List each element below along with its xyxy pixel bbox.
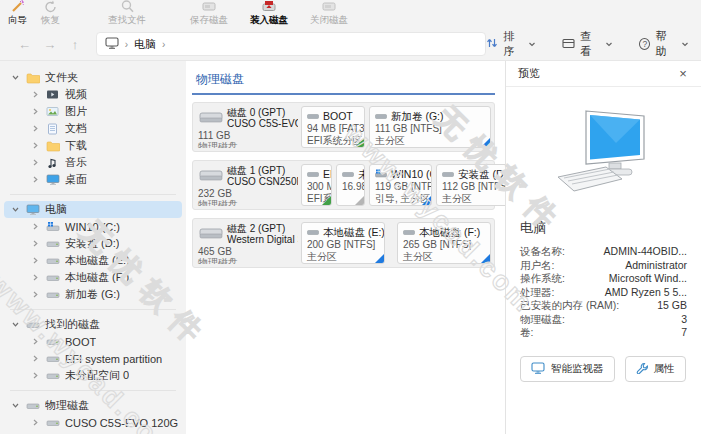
info-label: 设备名称: [520,245,565,259]
sidebar-item-music[interactable]: 音乐 [0,154,186,171]
item-label: 未分配空间 0 [65,368,129,383]
sidebar-section-found-disks[interactable]: 找到的磁盘 [0,316,186,333]
computer-icon [25,204,40,215]
up-button[interactable]: ↑ [62,37,87,52]
sidebar-item-downloads[interactable]: 下载 [0,137,186,154]
close-disk-button[interactable]: 关闭磁盘 [306,0,352,25]
sidebar-item-boot[interactable]: BOOT [0,333,186,350]
close-icon[interactable]: × [675,66,691,81]
wizard-button[interactable]: 向导 [4,0,31,25]
item-label: 文档 [65,121,87,136]
sort-menu[interactable]: 排序 [486,29,536,59]
back-button[interactable]: ← [12,37,37,52]
partition-name: 未 [358,168,365,180]
sidebar-section-computer[interactable]: 电脑 [4,201,182,218]
sidebar-item-unallocated[interactable]: 未分配空间 0 [0,367,186,384]
preview-panel: 预览 × 电脑 设备名称:ADMIN-44OBID... 用户名:Adminis… [505,61,701,434]
sidebar-item-pictures[interactable]: 图片 [0,103,186,120]
partition-f[interactable]: 本地磁盘 (F:) 265 GB [NTFS] 主分区 [397,222,491,264]
drive-icon [45,419,60,427]
sidebar-item-videos[interactable]: 视频 [0,86,186,103]
sidebar-item-drive-d[interactable]: 安装盘 (D:) [0,235,186,252]
partition-e[interactable]: 本地磁盘 (E:) 200 GB [NTFS] 主分区 [301,222,385,264]
smart-monitor-button[interactable]: 智能监视器 [520,356,615,382]
sidebar-section-folders[interactable]: 文件夹 [0,69,186,86]
sidebar-item-efi-partition[interactable]: EFI system partition [0,350,186,367]
monitor-icon [531,362,545,376]
disk-kind-link[interactable]: 物理磁盘 [198,141,238,148]
drive-icon [45,338,60,346]
drive-icon [45,355,60,363]
info-label: 已安装的内存 (RAM): [520,299,619,313]
sidebar-item-drive-f[interactable]: 本地磁盘 (F:) [0,269,186,286]
info-value: Microsoft Wind... [609,272,687,286]
sidebar-item-desktop[interactable]: 桌面 [0,171,186,188]
partition-name: 本地磁盘 (F:) [419,226,480,238]
partition-name: 安装盘 (D:) [458,168,505,180]
folder-icon [25,72,40,84]
disk-kind-link[interactable]: 物理磁盘 [198,199,238,206]
sidebar-item-documents[interactable]: 文档 [0,120,186,137]
disk-info[interactable]: 磁盘 2 (GPT) Western Digital SN 465 GB 物理磁… [196,222,298,264]
partition-type: 主分区 [403,251,485,263]
disk-row-0: 磁盘 0 (GPT) CUSO C5S-EVO 12 111 GB 物理磁盘 B… [192,102,495,152]
sidebar-item-drive-e[interactable]: 本地磁盘 (E:) [0,252,186,269]
view-icon [562,38,575,51]
address-bar[interactable]: › 电脑 › [96,32,487,56]
drive-icon [25,321,40,329]
preview-header: 预览 × [506,61,701,87]
disk-info[interactable]: 磁盘 1 (GPT) CUSO CSN250NVM 232 GB 物理磁盘 [196,164,298,206]
help-label: 帮助 [655,29,676,59]
toolbar: 向导 恢复 查找文件 保存磁盘 装入磁盘 [0,0,701,28]
sidebar-item-win10-c[interactable]: WIN10 (C:) [0,218,186,235]
restore-button[interactable]: 恢复 [37,0,64,25]
drive-icon [442,168,454,180]
sidebar-item-drive-g[interactable]: 新加卷 (G:) [0,286,186,303]
partition-g[interactable]: 新加卷 (G:) 111 GB [NTFS] 主分区 [369,106,491,148]
partition-type: 主分区 [375,135,485,147]
wrench-icon [636,362,648,376]
find-files-button[interactable]: 查找文件 [104,0,150,25]
load-disk-button[interactable]: 装入磁盘 [246,0,292,25]
partition-size: 300 M [307,181,326,193]
toolbar-label: 查找文件 [108,14,146,25]
sidebar-item-cuso-evo[interactable]: CUSO C5S-EVO 120G [0,414,186,431]
info-label: 处理器: [520,286,554,300]
load-disk-icon [261,0,277,14]
chevron-down-icon [10,401,20,410]
partition-boot[interactable]: BOOT 94 MB [FAT32] EFI系统分区 [301,106,365,148]
button-label: 智能监视器 [551,362,604,376]
computer-illustration [506,87,701,215]
view-menu[interactable]: 查看 [562,29,613,59]
disk-kind-link[interactable]: 物理磁盘 [198,257,238,264]
disk-info[interactable]: 磁盘 0 (GPT) CUSO C5S-EVO 12 111 GB 物理磁盘 [196,106,298,148]
chevron-right-icon [30,90,40,99]
drive-icon [45,257,60,265]
partition-efi[interactable]: EF 300 M EFI系 [301,164,332,206]
info-value: 15 GB [657,299,687,313]
breadcrumb[interactable]: 电脑 [134,37,156,52]
chevron-down-icon [10,73,20,82]
partition-unallocated[interactable]: 未 16.98 [336,164,365,206]
sidebar-tree: 文件夹 视频 图片 文档 下载 [0,61,186,434]
chevron-right-icon: › [162,39,165,50]
sidebar-section-physical-disks[interactable]: 物理磁盘 [0,397,186,414]
toolbar-label: 关闭磁盘 [310,14,348,25]
chevron-right-icon [30,141,40,150]
save-disk-button[interactable]: 保存磁盘 [186,0,232,25]
forward-button[interactable]: → [37,37,62,52]
toolbar-label: 保存磁盘 [190,14,228,25]
partition-d[interactable]: 安装盘 (D:) 112 GB [NTFS] 主分区 [436,164,505,206]
app-window: 向导 恢复 查找文件 保存磁盘 装入磁盘 [0,0,701,434]
partition-type: EFI系统分区 [307,135,359,147]
partition-c[interactable]: WIN10 (C:) 119 GB [NTFS] 引导, 主分区 [369,164,432,206]
partition-name: 本地磁盘 (E:) [323,226,385,238]
drive-icon [45,372,60,380]
drive-icon [307,226,319,238]
chevron-right-icon [30,418,40,427]
partition-flag [375,254,384,263]
help-menu[interactable]: ? 帮助 [639,29,689,59]
properties-button[interactable]: 属性 [625,356,686,382]
content-area: 文件夹 视频 图片 文档 下载 [0,60,701,434]
partition-size: 94 MB [FAT32] [307,123,359,135]
